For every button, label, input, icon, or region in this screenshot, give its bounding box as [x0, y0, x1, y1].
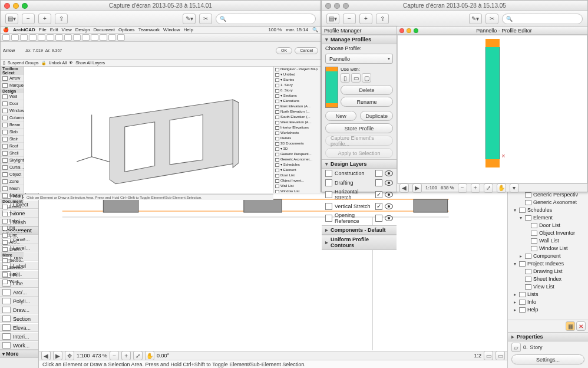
nav-item[interactable]: Window List: [274, 189, 321, 193]
options-button[interactable]: ▾: [510, 183, 519, 193]
layer-row-vertical-stretch[interactable]: Vertical Stretch: [322, 202, 397, 211]
nav-item[interactable]: ▾ Sections: [274, 93, 321, 98]
nav-back-button[interactable]: ◀: [399, 183, 409, 193]
spotlight-icon[interactable]: 🔍: [312, 27, 318, 32]
store-profile-button[interactable]: Store Profile: [325, 123, 393, 133]
nav-back-button[interactable]: ◀: [41, 351, 51, 360]
nav-item[interactable]: Object Invent...: [274, 178, 321, 183]
nav-item[interactable]: Object Inventor: [508, 229, 588, 237]
edit-button[interactable]: ✂: [199, 14, 212, 24]
tool-arrow[interactable]: Arrow: [1, 75, 24, 82]
delete-button[interactable]: Delete: [341, 85, 393, 95]
tool-shell[interactable]: Shell: [1, 150, 24, 157]
eye-icon[interactable]: [385, 192, 393, 198]
tool-arc[interactable]: Arc/...: [0, 288, 38, 297]
zoom-icon[interactable]: [343, 3, 349, 9]
nav-item[interactable]: 3D Documents: [274, 141, 321, 146]
zoom-out-button[interactable]: −: [22, 14, 35, 24]
unlock-all-label[interactable]: Unlock All: [49, 61, 67, 65]
layer-row-horizontal-stretch[interactable]: Horizontal Stretch: [322, 188, 397, 202]
nav-delete-button[interactable]: ✕: [576, 321, 586, 331]
markup-button[interactable]: ✎▾: [469, 14, 482, 24]
zoom-in-button[interactable]: +: [359, 14, 372, 24]
stretch-check[interactable]: [375, 170, 382, 177]
tool-text[interactable]: Text: [1, 211, 24, 218]
nav-item[interactable]: ▾Element: [508, 214, 588, 222]
layer-row-construction[interactable]: Construction: [322, 169, 397, 178]
nav-item[interactable]: ▾ Elevations: [274, 98, 321, 104]
edit-button[interactable]: ✂: [485, 14, 498, 24]
nav-item[interactable]: West Elevation (A...: [274, 120, 321, 125]
tool-stair[interactable]: Stair: [1, 136, 24, 143]
zoom-in-button[interactable]: +: [471, 183, 480, 193]
gallery-button[interactable]: ▤▾: [326, 14, 339, 24]
nav-item[interactable]: Worksheets: [274, 130, 321, 136]
nav-new-button[interactable]: ▦: [566, 321, 575, 331]
floor-plan-canvas[interactable]: ◀ ▶ ✥ 1:100 473 % − + ⤢ ✋ 0.00° 1:2 ▭ ▭ …: [39, 191, 508, 368]
manage-profiles-head[interactable]: Manage Profiles: [322, 35, 397, 44]
use-wall-button[interactable]: ▯: [341, 73, 350, 83]
nav-item[interactable]: Sheet Index: [508, 275, 588, 283]
window-titlebar[interactable]: Capture d'écran 2013-05-28 à 15.13.05: [322, 1, 587, 11]
tool-mesh[interactable]: Mesh: [1, 185, 24, 192]
tool-wall[interactable]: Wall: [1, 93, 24, 100]
eye-icon[interactable]: [385, 215, 393, 221]
nav-item[interactable]: ▾ Untitled: [274, 72, 321, 77]
tool-beam[interactable]: Beam: [1, 121, 24, 129]
nav-item[interactable]: ▸Lists: [508, 291, 588, 298]
stretch-check[interactable]: [375, 215, 382, 222]
close-icon[interactable]: [4, 3, 10, 9]
layer-row-drafting[interactable]: Drafting: [322, 178, 397, 188]
nav-item[interactable]: South Elevation (...: [274, 114, 321, 120]
layer-row-opening-reference[interactable]: Opening Reference: [322, 211, 397, 225]
search-input[interactable]: [216, 14, 316, 24]
nav-item[interactable]: ▾ Stories: [274, 77, 321, 83]
menu-archicad[interactable]: ArchiCAD: [13, 27, 35, 32]
eye-icon[interactable]: [385, 180, 393, 186]
tool-eleva[interactable]: Eleva...: [1, 264, 24, 271]
rename-button[interactable]: Rename: [341, 97, 393, 107]
tool-interi[interactable]: Interi...: [0, 332, 38, 341]
tool-interi[interactable]: Interi...: [1, 271, 24, 278]
tool-level[interactable]: Level...: [1, 203, 24, 211]
tool-fill[interactable]: Fill: [1, 225, 24, 232]
minimize-icon[interactable]: [334, 3, 340, 9]
nav-item[interactable]: 1. Story: [274, 83, 321, 88]
stretch-check[interactable]: [375, 191, 382, 198]
contours-head[interactable]: Uniform Profile Contours: [322, 235, 397, 250]
components-head[interactable]: Components - Default: [322, 225, 397, 235]
nav-item[interactable]: ▾Project Indexes: [508, 260, 588, 268]
profile-canvas[interactable]: ×: [397, 35, 587, 183]
minimize-icon[interactable]: [13, 3, 19, 9]
pan-button[interactable]: ✋: [497, 183, 506, 193]
close-icon[interactable]: [325, 3, 331, 9]
menu-file[interactable]: File: [39, 27, 47, 32]
tool-draw[interactable]: Draw...: [1, 246, 24, 253]
share-button[interactable]: ⇪: [55, 14, 68, 24]
tool-eleva[interactable]: Eleva...: [0, 323, 38, 332]
nav-item[interactable]: Door List: [274, 173, 321, 178]
zoom-out-button[interactable]: −: [343, 14, 356, 24]
3d-viewport[interactable]: Click an Element or Draw a Selection Are…: [24, 67, 273, 193]
tool-draw[interactable]: Draw...: [0, 305, 38, 314]
use-column-button[interactable]: ▢: [362, 73, 371, 83]
tool-morph[interactable]: Morph: [1, 192, 24, 199]
gallery-button[interactable]: ▤▾: [5, 14, 18, 24]
tool-arc[interactable]: Arc/...: [1, 239, 24, 246]
nav-fwd-button[interactable]: ▶: [412, 183, 422, 193]
tool-work[interactable]: Work...: [0, 341, 38, 350]
nav-item[interactable]: Generic Axonomet: [508, 199, 588, 206]
tool-column[interactable]: Column: [1, 114, 24, 121]
zoom-in-button[interactable]: +: [38, 14, 51, 24]
nav-item[interactable]: ▸Info: [508, 298, 588, 306]
nav-item[interactable]: ▾ Element: [274, 167, 321, 173]
share-button[interactable]: ⇪: [376, 14, 389, 24]
nav-item[interactable]: Drawing List: [508, 268, 588, 275]
minimize-icon[interactable]: [407, 28, 411, 33]
menu-edit[interactable]: Edit: [50, 27, 58, 32]
zoom-out-button[interactable]: −: [458, 183, 467, 193]
nav-item[interactable]: Wall List: [274, 183, 321, 189]
nav-properties-head[interactable]: Properties: [508, 332, 588, 341]
search-input[interactable]: [502, 14, 583, 24]
ok-button[interactable]: OK: [276, 47, 292, 54]
